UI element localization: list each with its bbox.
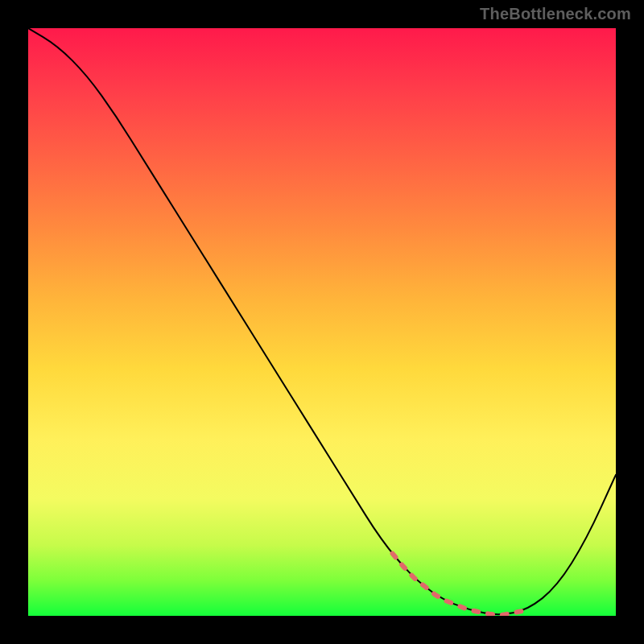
plot-area <box>28 28 616 616</box>
curve-svg <box>28 28 616 616</box>
watermark-text: TheBottleneck.com <box>480 5 631 23</box>
highlight-dots <box>393 554 522 616</box>
chart-stage: TheBottleneck.com <box>0 0 644 644</box>
bottleneck-curve <box>28 28 616 614</box>
